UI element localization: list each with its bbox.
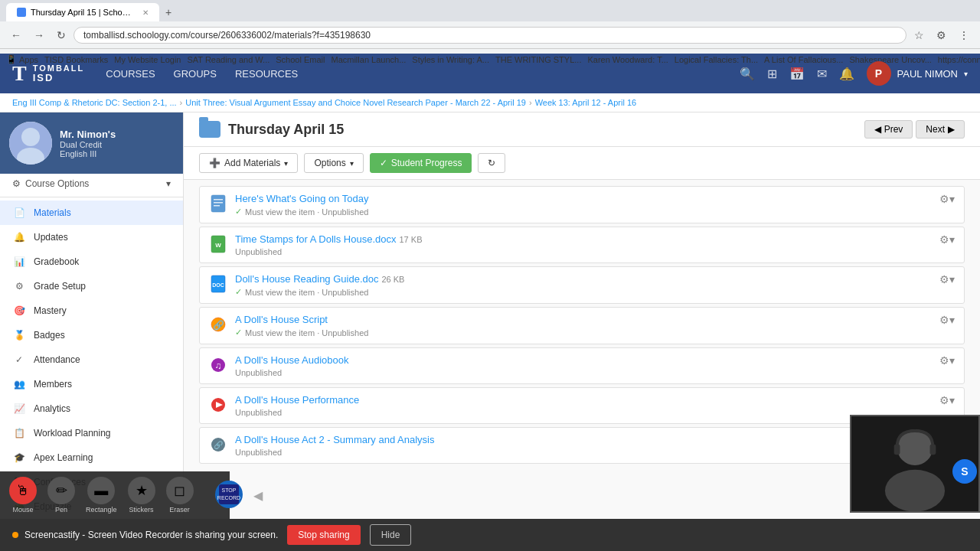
pen-label: Pen xyxy=(55,506,67,514)
material-gear-menu[interactable]: ⚙▾ xyxy=(939,233,955,246)
sidebar-item-analytics[interactable]: 📈 Analytics xyxy=(0,396,183,421)
sidebar-item-attendance[interactable]: ✓ Attendance xyxy=(0,347,183,372)
tools-close-button[interactable]: ◀ xyxy=(253,488,263,503)
options-button[interactable]: Options ▾ xyxy=(304,153,363,173)
user-menu[interactable]: P PAUL NIMON ▾ xyxy=(867,61,968,86)
gradebook-icon: 📊 xyxy=(12,255,26,269)
material-title[interactable]: Time Stamps for A Dolls House.docx17 KB xyxy=(235,233,932,245)
material-title[interactable]: A Doll's House Audiobook xyxy=(235,354,932,366)
material-gear-menu[interactable]: ⚙▾ xyxy=(939,193,955,205)
svg-text:🔗: 🔗 xyxy=(214,440,224,450)
breadcrumb-part2[interactable]: Unit Three: Visual Argument Essay and Ch… xyxy=(185,98,526,107)
sidebar-item-mastery[interactable]: 🎯 Mastery xyxy=(0,298,183,323)
breadcrumb-part3[interactable]: Week 13: April 12 - April 16 xyxy=(535,98,636,107)
nav-groups[interactable]: GROUPS xyxy=(174,65,217,83)
sidebar-item-materials[interactable]: 📄 Materials xyxy=(0,201,183,225)
hide-button[interactable]: Hide xyxy=(370,524,412,546)
reload-button[interactable]: ↻ xyxy=(52,26,70,44)
bookmark-writing[interactable]: THE WRITING STYL... xyxy=(495,55,581,64)
apps-grid-icon[interactable]: ⊞ xyxy=(767,67,777,81)
material-title[interactable]: A Doll's House Script xyxy=(235,314,932,325)
bookmark-sat[interactable]: SAT Reading and W... xyxy=(187,55,270,64)
material-info: A Doll's House Audiobook Unpublished xyxy=(235,354,932,377)
sidebar-item-badges[interactable]: 🏅 Badges xyxy=(0,323,183,347)
sidebar-course-options[interactable]: ⚙ Course Options ▾ xyxy=(0,174,183,194)
sidebar-label-mastery: Mastery xyxy=(34,305,67,316)
material-gear-menu[interactable]: ⚙▾ xyxy=(939,314,955,326)
material-title[interactable]: A Doll's House Act 2 - Summary and Analy… xyxy=(235,434,932,445)
tab-close-button[interactable]: ✕ xyxy=(142,8,149,17)
sidebar-item-members[interactable]: 👥 Members xyxy=(0,372,183,396)
stickers-icon: ★ xyxy=(128,477,155,504)
tool-stop-record[interactable]: STOPRECORD xyxy=(215,481,243,510)
calendar-icon[interactable]: 📅 xyxy=(789,67,805,81)
prev-next-controls: ◀ Prev Next ▶ xyxy=(864,120,965,139)
next-button[interactable]: Next ▶ xyxy=(916,120,965,139)
material-meta: Unpublished xyxy=(235,247,932,256)
checkmark-icon: ✓ xyxy=(380,158,387,168)
refresh-button[interactable]: ↻ xyxy=(478,153,505,173)
sidebar-label-analytics: Analytics xyxy=(34,403,70,414)
material-title[interactable]: Here's What's Going on Today xyxy=(235,193,932,204)
pen-icon: ✏ xyxy=(47,477,75,504)
prev-button[interactable]: ◀ Prev xyxy=(864,120,913,139)
mouse-icon: 🖱 xyxy=(9,477,37,504)
address-bar[interactable] xyxy=(74,27,906,44)
add-materials-button[interactable]: ➕ Add Materials ▾ xyxy=(199,153,298,173)
nav-resources[interactable]: RESOURCES xyxy=(235,65,298,83)
menu-button[interactable]: ⋮ xyxy=(954,26,974,44)
avatar-s[interactable]: S xyxy=(952,459,977,484)
bookmark-macmillan[interactable]: Macmillan Launch... xyxy=(331,55,406,64)
attendance-icon: ✓ xyxy=(12,353,26,367)
material-gear-menu[interactable]: ⚙▾ xyxy=(939,273,955,285)
sidebar-item-workload-planning[interactable]: 📋 Workload Planning xyxy=(0,421,183,445)
svg-rect-23 xyxy=(930,445,936,455)
material-video-icon xyxy=(209,396,227,414)
notifications-bell-icon[interactable]: 🔔 xyxy=(839,67,854,81)
materials-icon: 📄 xyxy=(12,206,26,220)
screen-share-text: Screencastify - Screen Video Recorder is… xyxy=(12,530,278,540)
new-tab-button[interactable]: + xyxy=(159,3,178,21)
extensions-button[interactable]: ⚙ xyxy=(932,26,951,44)
user-avatar: P xyxy=(867,61,891,86)
material-gear-menu[interactable]: ⚙▾ xyxy=(939,394,955,406)
svg-rect-3 xyxy=(211,195,225,212)
tool-rectangle[interactable]: ▬ Rectangle xyxy=(86,477,117,514)
messages-icon[interactable]: ✉ xyxy=(817,67,827,81)
svg-text:RECORD: RECORD xyxy=(217,495,240,500)
breadcrumb: Eng III Comp & Rhetoric DC: Section 2-1,… xyxy=(0,93,980,112)
tool-mouse[interactable]: 🖱 Mouse xyxy=(9,477,37,514)
sidebar-item-grade-setup[interactable]: ⚙ Grade Setup xyxy=(0,274,183,298)
content-header: Thursday April 15 ◀ Prev Next ▶ xyxy=(184,112,980,147)
tool-stickers[interactable]: ★ Stickers xyxy=(128,477,155,514)
logo-t[interactable]: T xyxy=(12,61,27,86)
bookmark-school-email[interactable]: School Email xyxy=(276,55,325,64)
nav-courses[interactable]: COURSES xyxy=(106,65,155,83)
material-meta: Unpublished xyxy=(235,368,932,377)
bookmark-mywebsite[interactable]: My Website Login xyxy=(114,55,181,64)
back-button[interactable]: ← xyxy=(6,26,26,44)
next-label: Next xyxy=(926,124,945,135)
breadcrumb-part1[interactable]: Eng III Comp & Rhetoric DC: Section 2-1,… xyxy=(12,98,177,107)
tool-eraser[interactable]: ◻ Eraser xyxy=(166,477,194,514)
material-title[interactable]: Doll's House Reading Guide.doc26 KB xyxy=(235,273,932,285)
sidebar-item-updates[interactable]: 🔔 Updates xyxy=(0,225,183,249)
material-info: Time Stamps for A Dolls House.docx17 KB … xyxy=(235,233,932,256)
bookmark-styles[interactable]: Styles in Writing: A... xyxy=(412,55,489,64)
sidebar-item-apex-learning[interactable]: 🎓 Apex Learning xyxy=(0,445,183,470)
stop-sharing-button[interactable]: Stop sharing xyxy=(287,525,360,545)
tool-pen[interactable]: ✏ Pen xyxy=(47,477,75,514)
forward-button[interactable]: → xyxy=(29,26,49,44)
options-label: Options xyxy=(314,158,345,168)
browser-tab[interactable]: Thursday April 15 | Schoology ✕ xyxy=(6,3,159,21)
bookmark-karen[interactable]: Karen Woodward: T... xyxy=(587,55,668,64)
search-icon[interactable]: 🔍 xyxy=(740,67,755,81)
material-gear-menu[interactable]: ⚙▾ xyxy=(939,354,955,367)
bookmark-button[interactable]: ☆ xyxy=(910,26,929,44)
sidebar-item-gradebook[interactable]: 📊 Gradebook xyxy=(0,249,183,274)
student-progress-button[interactable]: ✓ Student Progress xyxy=(370,153,472,173)
material-title[interactable]: A Doll's House Performance xyxy=(235,394,932,406)
sidebar-label-gradebook: Gradebook xyxy=(34,256,79,267)
material-meta-text: Unpublished xyxy=(235,448,282,457)
svg-text:W: W xyxy=(215,242,221,249)
